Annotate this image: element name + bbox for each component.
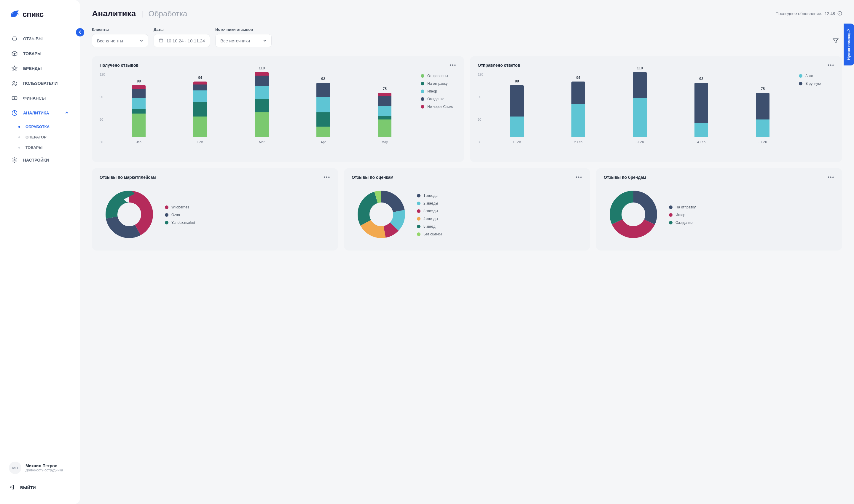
clients-label: Клиенты <box>92 27 148 32</box>
nav-label: ФИНАНСЫ <box>23 96 46 101</box>
chart-card-brands: Отзывы по брендам••• На отправкуИгнорОжи… <box>596 168 842 251</box>
legend-item: Wildberries <box>165 205 200 209</box>
nav-label: ТОВАРЫ <box>23 51 41 56</box>
user-block: МП Михаил Петров Должность сотрудника <box>0 462 80 474</box>
chart-title: Отзывы по оценкам <box>352 175 393 180</box>
avatar: МП <box>9 462 21 474</box>
logout-icon <box>9 484 15 491</box>
chart-card-sent: Отправлено ответов••• 120906030 881 Feb9… <box>470 56 842 162</box>
nav-reviews[interactable]: ОТЗЫВЫ <box>6 32 74 46</box>
legend-item: На отправку <box>669 205 705 209</box>
subnav-processing[interactable]: ОБРАБОТКА <box>15 122 74 132</box>
legend-item: Ozon <box>165 213 200 217</box>
legend-item: Отправлены <box>421 74 456 78</box>
nav-analytics[interactable]: АНАЛИТИКА <box>6 106 74 120</box>
sidebar: спикс ОТЗЫВЫ ТОВАРЫ БРЕНДЫ ПОЛЬЗОВАТЕЛИ <box>0 0 80 504</box>
subnav: ОБРАБОТКА ОПЕРАТОР ТОВАРЫ <box>6 122 74 153</box>
legend-item: Без оценки <box>417 232 452 236</box>
chart-menu[interactable]: ••• <box>828 175 834 180</box>
calendar-icon <box>159 38 163 43</box>
nav-products[interactable]: ТОВАРЫ <box>6 46 74 61</box>
clients-select[interactable]: Все клиенты <box>92 34 148 47</box>
nav-finance[interactable]: ФИНАНСЫ <box>6 91 74 106</box>
chart-menu[interactable]: ••• <box>575 175 582 180</box>
nav-label: АНАЛИТИКА <box>23 111 49 115</box>
money-icon <box>11 95 18 102</box>
dates-label: Даты <box>154 27 210 32</box>
star-icon <box>11 65 18 72</box>
nav-settings[interactable]: НАСТРОЙКИ <box>6 153 74 167</box>
sources-select[interactable]: Все источники <box>215 34 272 47</box>
legend-item: 3 звезды <box>417 209 452 213</box>
chart-card-marketplaces: Отзывы по маркетплейсам••• WildberriesOz… <box>92 168 338 251</box>
nav-brands[interactable]: БРЕНДЫ <box>6 61 74 76</box>
chart-menu[interactable]: ••• <box>828 62 834 68</box>
chart-title: Отправлено ответов <box>478 63 520 68</box>
legend-item: Yandex.market <box>165 220 200 225</box>
donut-chart <box>100 185 159 244</box>
logo: спикс <box>0 9 80 32</box>
legend-item: На отправку <box>421 82 456 86</box>
svg-point-3 <box>14 97 15 98</box>
chevron-down-icon <box>140 38 143 43</box>
chart-card-received: Получено отзывов••• 120906030 88Jan94Feb… <box>92 56 464 162</box>
bird-icon <box>9 9 20 20</box>
user-name: Михаил Петров <box>25 463 63 468</box>
info-icon[interactable] <box>837 11 842 17</box>
user-role: Должность сотрудника <box>25 468 63 472</box>
chart-title: Получено отзывов <box>100 63 139 68</box>
logout-button[interactable]: ВЫЙТИ <box>0 480 80 495</box>
chart-icon <box>11 110 18 116</box>
nav-label: НАСТРОЙКИ <box>23 158 49 162</box>
sidebar-collapse-button[interactable] <box>76 28 84 36</box>
nav-label: ПОЛЬЗОВАТЕЛИ <box>23 81 57 86</box>
gear-icon <box>11 157 18 163</box>
nav-users[interactable]: ПОЛЬЗОВАТЕЛИ <box>6 76 74 91</box>
filter-button[interactable] <box>829 34 842 47</box>
svg-rect-2 <box>12 97 17 100</box>
nav-label: ОТЗЫВЫ <box>23 36 43 41</box>
box-icon <box>11 50 18 57</box>
donut-chart <box>352 185 411 244</box>
subnav-operator[interactable]: ОПЕРАТОР <box>15 132 74 142</box>
last-updated: Последнее обновление: 12:48 <box>776 11 842 17</box>
nav: ОТЗЫВЫ ТОВАРЫ БРЕНДЫ ПОЛЬЗОВАТЕЛИ ФИНАНС… <box>0 32 80 462</box>
legend-item: 2 звезды <box>417 201 452 205</box>
subnav-products[interactable]: ТОВАРЫ <box>15 142 74 153</box>
chevron-down-icon <box>263 38 267 43</box>
help-tab[interactable]: Нужна помощь? <box>843 24 854 66</box>
header: Аналитика | Обработка Последнее обновлен… <box>92 9 842 18</box>
legend-item: Ожидание <box>669 220 705 225</box>
chart-title: Отзывы по брендам <box>604 175 646 180</box>
page-subtitle: Обработка <box>148 9 187 18</box>
legend-item: Игнор <box>669 213 705 217</box>
nav-label: БРЕНДЫ <box>23 66 42 71</box>
svg-rect-7 <box>159 39 163 42</box>
users-icon <box>11 80 18 87</box>
chart-title: Отзывы по маркетплейсам <box>100 175 156 180</box>
svg-point-0 <box>12 13 13 14</box>
chart-card-ratings: Отзывы по оценкам••• 1 звезда2 звезды3 з… <box>344 168 590 251</box>
legend-item: Не через Спикс <box>421 105 456 109</box>
legend-item: Авто <box>799 74 834 78</box>
svg-point-5 <box>14 160 15 161</box>
legend-item: 4 звезды <box>417 217 452 221</box>
donut-chart <box>604 185 663 244</box>
legend-item: Ожидание <box>421 97 456 101</box>
legend-item: 1 звезда <box>417 194 452 198</box>
svg-point-1 <box>13 81 15 83</box>
page-title: Аналитика <box>92 9 136 18</box>
legend-item: В ручную <box>799 82 834 86</box>
legend-item: 5 звезд <box>417 224 452 229</box>
main: Аналитика | Обработка Последнее обновлен… <box>80 0 854 504</box>
logo-text: спикс <box>22 10 43 19</box>
legend-item: Игнор <box>421 89 456 93</box>
sources-label: Источники отзывов <box>215 27 272 32</box>
filters: Клиенты Все клиенты Даты 10.10.24 - 10.1… <box>92 27 842 47</box>
chat-icon <box>11 36 18 42</box>
chart-menu[interactable]: ••• <box>323 175 330 180</box>
chevron-up-icon <box>65 111 69 115</box>
dates-input[interactable]: 10.10.24 - 10.11.24 <box>154 34 210 47</box>
chart-menu[interactable]: ••• <box>449 62 456 68</box>
